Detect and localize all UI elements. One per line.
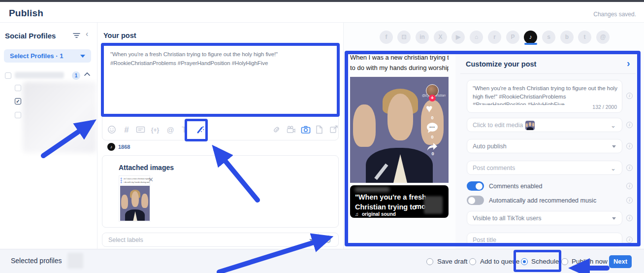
group-name-redacted <box>15 72 64 78</box>
camera-icon[interactable] <box>301 125 311 135</box>
labels-settings-gear-icon[interactable]: ⚙ <box>325 236 331 245</box>
next-button[interactable]: Next <box>609 255 632 268</box>
recommended-music-toggle[interactable] <box>467 196 484 205</box>
page-header: Publish Changes saved. <box>0 2 644 23</box>
post-title-placeholder: Post title <box>473 237 496 243</box>
network-linkedin-icon[interactable]: in <box>416 31 429 44</box>
thumb-caption-line2: i do with my hands during worship <box>124 181 150 184</box>
publish-page: Publish Changes saved. Social Profiles ‹… <box>0 0 644 273</box>
network-threads-icon[interactable]: @ <box>596 31 610 44</box>
recommended-music-label: Automatically add recommended music <box>489 197 596 204</box>
hashtag-icon[interactable]: # <box>122 125 131 135</box>
labels-select[interactable]: Select labels ⚙ <box>102 233 339 247</box>
info-icon[interactable]: i <box>626 197 633 204</box>
comment-count: 0 <box>426 135 439 139</box>
emoji-icon[interactable] <box>107 125 117 135</box>
remove-image-icon[interactable]: ✕ <box>148 176 154 183</box>
customize-text-field[interactable]: "When you're a fresh Christian trying to… <box>467 80 622 113</box>
comment-bubble-icon[interactable]: ••• <box>427 123 438 132</box>
edit-media-row[interactable]: Click to edit media ⌄ <box>467 118 622 132</box>
chevron-right-icon[interactable]: › <box>627 58 630 69</box>
profile-checkbox-3[interactable] <box>15 112 21 118</box>
info-icon[interactable]: i <box>626 143 633 149</box>
link-icon[interactable] <box>272 125 282 135</box>
collapse-sidebar-icon[interactable]: ‹ <box>86 30 88 38</box>
network-reddit-icon[interactable]: r <box>488 31 501 44</box>
divider <box>460 73 636 74</box>
social-profiles-sidebar: Social Profiles ‹ Select Profiles · 1 1 … <box>0 23 97 249</box>
group-checkbox[interactable] <box>5 72 11 79</box>
comments-enabled-toggle[interactable] <box>467 181 484 191</box>
profile-names-redacted <box>23 82 97 153</box>
attached-images-card: Attached images ✛✛✛ en I was a new chris… <box>102 155 339 228</box>
radio-schedule-selected[interactable] <box>521 258 528 265</box>
network-facebook-icon[interactable]: f <box>380 31 393 44</box>
info-icon[interactable]: i <box>626 215 633 221</box>
network-youtube-icon[interactable]: ▶ <box>451 31 465 44</box>
video-icon[interactable] <box>286 125 296 135</box>
attached-image-thumbnail[interactable]: ✛✛✛ en I was a new christian trying to f… <box>119 175 150 222</box>
customize-heading: Customize your post <box>466 60 536 68</box>
import-post-icon[interactable] <box>329 125 339 135</box>
network-tumblr-icon[interactable]: t <box>578 31 591 44</box>
preview-caption-card: "When you're a fresh Christian trying to… <box>350 185 449 218</box>
tiktok-counter-icon: ♪ <box>107 143 115 151</box>
ai-assistant-wand-icon[interactable] <box>195 125 205 135</box>
info-icon[interactable]: i <box>626 165 633 171</box>
post-comments-placeholder: Post comments <box>473 165 515 171</box>
network-pinterest-icon[interactable]: P <box>506 31 519 44</box>
like-count: 0 <box>426 115 439 120</box>
selected-profiles-label: Selected profiles <box>11 257 62 265</box>
publish-mode-select[interactable]: Auto publish <box>467 139 622 153</box>
radio-add-to-queue[interactable] <box>469 258 476 265</box>
info-icon[interactable]: i <box>626 122 633 128</box>
page-title: Publish <box>9 8 43 19</box>
preview-card-caption-line1: "When you're a fresh <box>355 193 426 203</box>
visibility-select[interactable]: Visible to all TikTok users <box>467 211 622 225</box>
attached-images-heading: Attached images <box>119 164 174 171</box>
filter-icon[interactable] <box>73 33 80 38</box>
info-icon[interactable]: i <box>626 93 633 99</box>
chevron-down-icon: ⌄ <box>611 165 616 172</box>
file-icon[interactable] <box>315 125 325 135</box>
network-snapchat-icon[interactable]: s <box>542 31 555 44</box>
network-bluesky-icon[interactable]: b <box>560 31 574 44</box>
preview-username-redacted <box>355 187 389 192</box>
thumb-caption-line1: en I was a new christian trying to fi <box>124 177 150 180</box>
network-google-business-icon[interactable]: ⌂ <box>470 31 483 44</box>
network-tiktok-icon-active[interactable]: ♪ <box>524 31 537 44</box>
profile-checkbox-2-checked[interactable]: ✓ <box>15 98 21 104</box>
post-comments-select[interactable]: Post comments ⌄ <box>467 161 622 175</box>
caret-down-icon <box>612 145 616 148</box>
select-profiles-label: Select Profiles · 1 <box>10 52 63 60</box>
your-post-heading: Your post <box>103 32 136 39</box>
text-style-icon[interactable]: T <box>179 125 189 135</box>
variables-icon[interactable]: {+} <box>150 125 160 135</box>
chevron-up-icon[interactable] <box>84 72 90 76</box>
radio-add-to-queue-label: Add to queue <box>480 258 519 265</box>
info-icon[interactable]: i <box>626 237 633 243</box>
radio-save-draft[interactable] <box>426 258 433 265</box>
profile-checkbox-1[interactable] <box>15 85 21 91</box>
customize-char-counter: 132 / 2000 <box>592 104 617 110</box>
info-icon[interactable]: i <box>626 183 633 189</box>
publish-mode-value: Auto publish <box>473 143 507 150</box>
network-x-icon[interactable]: X <box>434 31 447 44</box>
attached-meme-image <box>120 186 150 221</box>
follow-plus-icon[interactable]: + <box>429 95 436 102</box>
customize-panel: Customize your post › "When you're a fre… <box>455 52 641 269</box>
mention-icon[interactable]: @ <box>165 125 175 135</box>
radio-publish-now[interactable] <box>561 258 568 265</box>
footer-bar: Selected profiles Save draft Add to queu… <box>0 249 644 273</box>
preview-caption-line2: to do with my hands during worship <box>350 64 449 71</box>
network-instagram-icon[interactable]: ⊡ <box>397 31 411 44</box>
select-profiles-dropdown[interactable]: Select Profiles · 1 <box>4 49 91 63</box>
saved-captions-icon[interactable] <box>136 125 146 135</box>
share-arrow-icon[interactable] <box>426 142 438 152</box>
preview-caption-line1: When I was a new christian trying to fig <box>350 54 449 61</box>
like-heart-icon[interactable]: ♥ <box>426 103 433 114</box>
post-text-input[interactable]: "When you're a fresh Christian trying to… <box>110 50 333 68</box>
post-title-field[interactable]: Post title <box>467 233 622 247</box>
music-note-icon: ♫ <box>355 211 359 217</box>
chevron-down-icon <box>80 55 85 58</box>
